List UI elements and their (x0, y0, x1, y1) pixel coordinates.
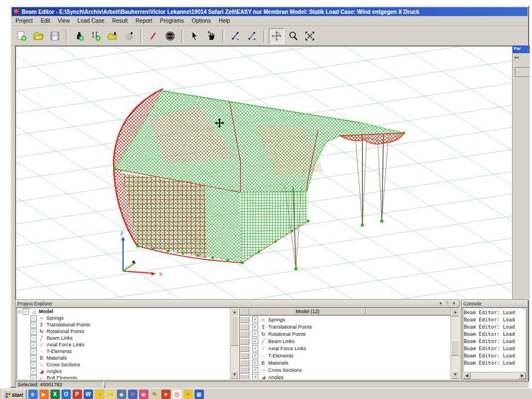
taskbar-icon[interactable]: e (28, 390, 38, 399)
menu-item[interactable]: Programs (156, 17, 188, 25)
model-viewport[interactable]: Z X (15, 45, 513, 300)
menu-item[interactable]: Options (188, 17, 214, 25)
taskbar-icon[interactable]: ★ (161, 390, 171, 399)
taskbar-icon[interactable]: ▭ (106, 390, 115, 399)
list-row[interactable]: ✓ ≈ Springs (240, 316, 459, 323)
menu-item[interactable]: Report (132, 17, 156, 25)
tree-item-checkbox[interactable]: ✓ (30, 375, 37, 380)
taskbar-icon[interactable]: ▦ (195, 390, 204, 399)
taskbar-icon[interactable]: ⚡ (183, 390, 193, 399)
scroll-right-icon[interactable]: ▶ (519, 372, 526, 379)
add-load-button[interactable] (71, 28, 87, 44)
fit-view-button[interactable] (302, 28, 318, 44)
start-button[interactable]: Start (2, 390, 27, 399)
tree-item[interactable]: ✓ ↻ Rotational Points (17, 328, 238, 335)
row-header-cell[interactable] (240, 374, 249, 380)
scroll-left-icon[interactable]: ◀ (463, 372, 470, 379)
list-row-checkbox[interactable]: ✓ (252, 352, 258, 359)
project-explorer-header[interactable]: Project Explorer ▾ ⊤ ✕ (16, 300, 459, 308)
tree-item-checkbox[interactable]: ✓ (30, 335, 37, 341)
tree-item-checkbox[interactable]: ✓ (30, 355, 37, 361)
taskbar-icon[interactable]: ▶ (39, 390, 49, 399)
move-view-tool-button[interactable] (269, 28, 284, 44)
tree-item-checkbox[interactable]: ✓ (30, 349, 37, 355)
tree-item-checkbox[interactable]: ✓ (30, 315, 37, 321)
taskbar-icon[interactable]: W (84, 390, 93, 399)
console-output[interactable]: Beam Editor: Load Beam Editor: Load Beam… (463, 308, 526, 372)
console-header[interactable]: Console (462, 300, 528, 308)
tree-collapse-icon[interactable]: ⊟ (17, 309, 22, 314)
row-header-cell[interactable] (240, 352, 249, 359)
stop-button[interactable]: STOP (162, 28, 178, 44)
row-header-cell[interactable] (240, 367, 249, 374)
title-bar[interactable]: Beam Editor - E:\Synch\Archiv\Arbeit\Bau… (12, 7, 528, 16)
tree-item[interactable]: ✓ ∕ Axial Force Links (17, 341, 238, 348)
dock-pin-icon[interactable]: ⊤ (444, 300, 451, 306)
save-project-button[interactable] (47, 28, 63, 44)
taskbar-icon[interactable]: O (62, 390, 71, 399)
new-project-button[interactable] (14, 28, 29, 44)
list-row-checkbox[interactable]: ✓ (252, 324, 258, 330)
zoom-tool-button[interactable] (285, 28, 301, 44)
row-header-cell[interactable] (240, 316, 249, 323)
list-row-checkbox[interactable]: ✓ (252, 316, 258, 323)
console-hscrollbar[interactable]: ◀ ▶ (463, 372, 526, 380)
tree-item[interactable]: ✓ ⌐ Roll Elements (17, 375, 238, 380)
scroll-up-icon[interactable]: ▲ (451, 308, 459, 316)
tree-item-checkbox[interactable]: ✓ (30, 369, 37, 375)
tree-item-checkbox[interactable]: ✓ (30, 322, 37, 328)
list-row[interactable]: ✓ ↥ Translational Points (240, 323, 459, 330)
menu-item[interactable]: Result (108, 17, 131, 25)
row-header-cell[interactable] (240, 345, 249, 352)
taskbar-icon[interactable]: ◔ (95, 390, 104, 399)
tree-item[interactable]: ✓ ◢ Angles (17, 368, 238, 375)
tree-item[interactable]: ✓ E Materials (17, 355, 238, 361)
menu-item[interactable]: View (54, 17, 74, 25)
list-row[interactable]: ✓ ◢ Angles (240, 374, 459, 380)
row-header-cell[interactable] (240, 324, 249, 330)
tree-scrollbar[interactable]: ▲ ▼ (230, 308, 238, 379)
model-list-header[interactable]: Model (12) (249, 308, 366, 315)
scroll-down-icon[interactable]: ▼ (451, 371, 459, 379)
dock-close-icon[interactable]: ✕ (451, 300, 457, 306)
taskbar-icon[interactable]: ◆ (117, 390, 126, 399)
tree-item-checkbox[interactable]: ✓ (30, 362, 37, 368)
tree-item-checkbox[interactable]: ✓ (30, 329, 37, 335)
disable-draw-button[interactable] (146, 28, 161, 44)
scroll-down-icon[interactable]: ▼ (231, 371, 239, 379)
menu-item[interactable]: Project (12, 17, 37, 25)
menu-item[interactable]: Edit (37, 17, 54, 25)
taskbar-icon[interactable]: P (73, 390, 82, 399)
tree-item[interactable]: ✓ ∙ T-Elements (17, 348, 238, 355)
list-row[interactable]: ✓ ∩ Cross Sections (240, 366, 459, 374)
taskbar-icon[interactable]: ◷ (172, 390, 182, 399)
list-row[interactable]: ✓ ╱ Beam Links (240, 337, 459, 345)
list-row[interactable]: ✓ ∙ T-Elements (240, 352, 459, 359)
list-row-checkbox[interactable]: ✓ (252, 367, 258, 373)
tree-root-checkbox[interactable]: ✓ (23, 309, 29, 315)
scroll-up-icon[interactable]: ▲ (231, 308, 239, 316)
tool-icon[interactable]: ✂ (513, 53, 530, 63)
row-header-cell[interactable] (240, 338, 249, 345)
taskbar-icon[interactable]: ◉ (139, 390, 149, 399)
measure-tool-button[interactable] (228, 28, 243, 44)
tree-item-checkbox[interactable]: ✓ (30, 342, 37, 348)
tree-item[interactable]: ✓ ≈ Springs (17, 315, 238, 321)
tree-item[interactable]: ✓ ∩ Cross Sections (17, 361, 238, 368)
list-row[interactable]: ✓ E Materials (240, 359, 459, 366)
menu-item[interactable]: Help (214, 17, 234, 25)
list-row-checkbox[interactable]: ✓ (252, 345, 258, 351)
taskbar-icon[interactable]: X (50, 390, 60, 399)
list-row[interactable]: ✓ ∕ Axial Force Links (240, 345, 459, 352)
pan-hand-tool-button[interactable] (203, 28, 219, 44)
tree-root-row[interactable]: ⊟ ✓ ◿ Model (17, 308, 238, 315)
list-row-checkbox[interactable]: ✓ (252, 374, 258, 380)
list-scrollbar[interactable]: ▲ ▼ (451, 308, 459, 379)
menu-item[interactable]: Load Case (74, 17, 108, 25)
scroll-thumb[interactable] (231, 316, 239, 346)
open-project-button[interactable] (30, 28, 46, 44)
gear-button[interactable] (121, 28, 137, 44)
add-point-load-button[interactable] (88, 28, 104, 44)
dock-menu-icon[interactable]: ▾ (437, 300, 444, 306)
row-header-cell[interactable] (240, 331, 249, 337)
